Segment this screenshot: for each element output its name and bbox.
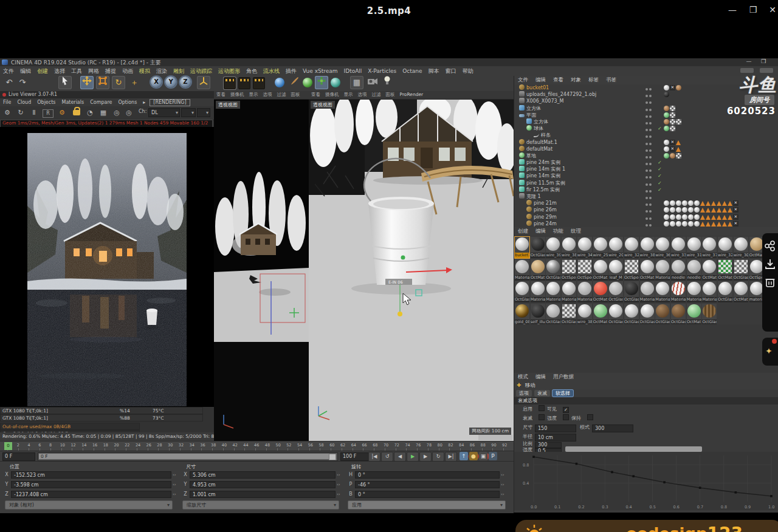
enabled-check[interactable]: ✓ (658, 186, 662, 193)
tag-w[interactable] (688, 207, 694, 213)
render-region-button[interactable] (238, 77, 250, 89)
menu-创建[interactable]: 创建 (34, 66, 51, 75)
play-button[interactable]: ▶ (407, 452, 419, 462)
tag-w[interactable] (664, 200, 669, 206)
attr-tab-软选择[interactable]: 软选择 (553, 390, 573, 397)
axis-y-button[interactable]: Y (165, 77, 176, 87)
tag-c[interactable] (676, 153, 681, 159)
material-OctGlas[interactable]: OctGlas (624, 304, 639, 325)
keyframe-up-button[interactable]: ↑ (460, 452, 468, 460)
live-viewer-titlebar[interactable]: Live Viewer 3.07-R1 (0, 91, 214, 98)
object-row-克隆 1[interactable]: 克隆 1 (514, 193, 778, 200)
tag-chips[interactable]: ✕ (664, 221, 739, 227)
material-OctGlas[interactable]: OctGlas (734, 259, 748, 281)
material-wire_39[interactable]: wire_39 (546, 237, 560, 258)
enabled-check[interactable]: ✓ (658, 125, 662, 132)
material-wire_30[interactable]: wire_30 (734, 237, 748, 258)
vp-menu-面板[interactable]: 面板 (289, 91, 303, 98)
total-frames-field[interactable]: 100 F (340, 452, 370, 461)
slider-强度[interactable] (565, 446, 702, 452)
material-self_illu[interactable]: self_illu (531, 304, 545, 325)
material-wire_37[interactable]: wire_37 (702, 237, 717, 258)
object-row-立方体[interactable]: 立方体 (514, 118, 778, 125)
menu-模拟[interactable]: 模拟 (136, 66, 153, 75)
tag-t[interactable] (728, 201, 732, 206)
menu-窗口[interactable]: 窗口 (442, 66, 460, 75)
lv-menu-options[interactable]: Options (115, 98, 140, 106)
material-leaf_M[interactable]: leaf_M (608, 259, 623, 281)
material-wire_32[interactable]: wire_32 (624, 237, 639, 258)
material-OctMat[interactable]: OctMat (734, 281, 748, 302)
menu-Octane[interactable]: Octane (399, 67, 425, 74)
material-OctGlas[interactable]: OctGlas (702, 304, 717, 325)
object-row-defaultMat[interactable]: defaultMat✕ (514, 146, 778, 152)
tag-x[interactable]: ✕ (670, 146, 675, 152)
om-menu-标签[interactable]: 标签 (585, 76, 602, 84)
menu-选择[interactable]: 选择 (51, 66, 68, 75)
vp-menu-显示[interactable]: 显示 (342, 91, 356, 98)
material-OctMat[interactable]: OctMat (593, 259, 608, 281)
tag-w[interactable] (688, 214, 694, 220)
object-row-pine 26m[interactable]: pine 26m✕ (514, 206, 778, 213)
current-frame-marker[interactable]: 0 (4, 442, 12, 450)
menu-运动图形[interactable]: 运动图形 (215, 66, 243, 75)
material-OctGlas[interactable]: OctGlas (608, 304, 623, 325)
viewport-front[interactable]: 查看摄像机显示选项过滤面板 ✚ ↻ ◰ ▦ 透视视图 (214, 91, 309, 441)
om-menu-编辑[interactable]: 编辑 (532, 76, 549, 84)
tag-w[interactable] (664, 207, 669, 213)
render-view-button[interactable] (224, 77, 236, 89)
tag-x[interactable]: ✕ (733, 207, 738, 213)
rotation-h-field[interactable]: 0 ° (355, 471, 500, 479)
tag-t[interactable] (717, 222, 721, 227)
tag-t[interactable] (722, 201, 727, 206)
tag-t[interactable] (706, 208, 711, 213)
render-settings-button[interactable] (253, 77, 265, 89)
menu-脚本[interactable]: 脚本 (425, 66, 442, 75)
material-wire_38[interactable]: wire_38 (562, 237, 576, 258)
material-OctGlas[interactable]: OctGlas (718, 281, 732, 302)
om-menu-对象[interactable]: 对象 (567, 76, 585, 84)
tag-w[interactable] (694, 221, 700, 227)
material-OctGlas[interactable]: OctGlas (562, 304, 576, 325)
tag-t[interactable] (717, 208, 721, 213)
preview-range-track[interactable]: 0 F (38, 452, 338, 461)
tag-w[interactable] (664, 214, 669, 220)
viewport-perspective[interactable]: 查看摄像机显示选项过滤面板ProRender ✚ ↻ ◰ ▦ 透视视图 网格间距… (309, 91, 514, 441)
share-icon[interactable] (765, 240, 776, 251)
material-Material[interactable]: Material (687, 281, 701, 302)
object-row-pine 24m[interactable]: pine 24m✕ (514, 220, 778, 227)
material-OctSpe[interactable]: OctSpe (749, 259, 764, 281)
material-Material[interactable]: Material (655, 259, 670, 281)
tag-t[interactable] (700, 208, 705, 213)
vp-menu-查看[interactable]: 查看 (309, 91, 323, 98)
tag-w[interactable] (682, 200, 687, 206)
material-Material[interactable]: Material (577, 281, 592, 302)
material-wire_25[interactable]: wire_25 (593, 237, 608, 258)
film-region-icon[interactable]: ▦ (98, 108, 108, 118)
tag-w[interactable] (688, 200, 694, 206)
frame-mode-button[interactable]: ▣ (479, 452, 487, 460)
material-Material[interactable]: Material (562, 281, 576, 302)
tag-w[interactable] (670, 221, 675, 227)
object-row-草地[interactable]: 草地 (514, 152, 778, 159)
lv-menu-materials[interactable]: Materials (58, 98, 87, 106)
tag-g[interactable] (664, 112, 669, 118)
menu-运动跟踪[interactable]: 运动跟踪 (187, 66, 215, 75)
tag-w[interactable] (682, 207, 687, 213)
render-canvas[interactable] (0, 127, 214, 407)
tag-x[interactable]: ✕ (670, 85, 675, 90)
position-y-field[interactable]: -3.598 cm (11, 481, 171, 488)
tag-t[interactable] (722, 208, 727, 213)
om-menu-文件[interactable]: 文件 (514, 76, 532, 84)
mm-menu-编辑[interactable]: 编辑 (532, 227, 549, 235)
enabled-check[interactable]: ✓ (658, 159, 662, 166)
timeline-ruler[interactable]: 0246810121416182022242628303234363840424… (0, 441, 514, 451)
tag-t[interactable] (706, 201, 711, 206)
tag-t[interactable] (676, 147, 681, 152)
material-Material[interactable]: Material (702, 281, 717, 302)
go-to-start-button[interactable]: |◀ (368, 452, 380, 462)
tag-w[interactable] (694, 207, 700, 213)
size-z-field[interactable]: 1.001 cm (190, 491, 336, 498)
tag-t[interactable] (722, 222, 727, 227)
size-mode-dropdown[interactable]: 缩放尺寸 (182, 500, 339, 510)
